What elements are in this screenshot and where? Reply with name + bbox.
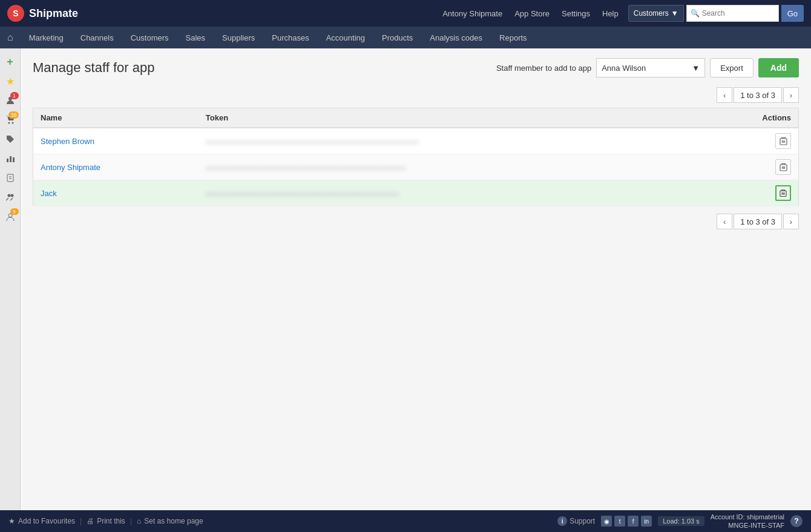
facebook-icon[interactable]: f <box>628 516 639 527</box>
set-home-label: Set as home page <box>144 517 203 525</box>
linkedin-icon[interactable]: in <box>641 516 652 527</box>
sidebar-item-add[interactable]: + <box>2 53 19 70</box>
delete-jack-button[interactable] <box>775 185 791 201</box>
nav-analysis-codes[interactable]: Analysis codes <box>421 28 491 47</box>
nav-products[interactable]: Products <box>373 28 421 47</box>
contact-badge: 9 <box>10 208 19 215</box>
logo-text: Shipmate <box>29 7 78 20</box>
settings-link[interactable]: Settings <box>562 9 590 18</box>
svg-rect-4 <box>7 159 8 162</box>
dropdown-arrow-icon: ▼ <box>692 64 700 73</box>
search-input-wrap: 🔍 <box>686 5 779 22</box>
nav-links: Marketing Channels Customers Sales Suppl… <box>21 28 536 47</box>
row-actions <box>702 128 799 154</box>
print-label: Print this <box>97 517 125 525</box>
home-icon: ⌂ <box>137 517 141 525</box>
row-actions <box>702 180 799 206</box>
svg-point-2 <box>11 122 13 124</box>
twitter-icon[interactable]: t <box>614 516 625 527</box>
col-actions: Actions <box>702 108 799 128</box>
sidebar-item-charts[interactable] <box>2 150 19 167</box>
header-actions: Staff member to add to app Anna Wilson ▼… <box>496 58 799 77</box>
nav-marketing[interactable]: Marketing <box>21 28 72 47</box>
nav-customers[interactable]: Customers <box>122 28 177 47</box>
prev-page-bottom-button[interactable]: ‹ <box>717 214 732 229</box>
col-name: Name <box>33 108 199 128</box>
add-favourites-label: Add to Favourites <box>18 517 75 525</box>
antony-shipmate-link[interactable]: Antony Shipmate <box>41 163 100 172</box>
staff-member-dropdown[interactable]: Anna Wilson ▼ <box>596 58 705 77</box>
export-button[interactable]: Export <box>710 58 754 77</box>
jack-link[interactable]: Jack <box>41 189 57 198</box>
pagination-bottom: ‹ 1 to 3 of 3 › <box>33 214 799 229</box>
load-info: Load: 1.03 s <box>658 516 704 526</box>
app-store-link[interactable]: App Store <box>514 9 550 18</box>
nav-sales[interactable]: Sales <box>177 28 214 47</box>
go-button[interactable]: Go <box>781 5 804 22</box>
print-link[interactable]: 🖨 Print this <box>87 517 125 525</box>
nav-accounting[interactable]: Accounting <box>318 28 373 47</box>
info-icon: i <box>557 516 567 526</box>
page-info-bottom: 1 to 3 of 3 <box>734 214 782 229</box>
account-id: Account ID: shipmatetrial <box>711 513 784 521</box>
footer-sep-1: | <box>80 517 82 525</box>
staff-selected-value: Anna Wilson <box>602 64 646 73</box>
table-row: Jack xxxxxxxxxxxxxxxxxxxxxxxxxxxxxxxxxxx… <box>33 180 799 206</box>
next-page-top-button[interactable]: › <box>783 87 799 103</box>
nav-reports[interactable]: Reports <box>491 28 536 47</box>
help-link[interactable]: Help <box>602 9 619 18</box>
stephen-brown-link[interactable]: Stephen Brown <box>41 137 94 146</box>
table-row: Antony Shipmate xxxxxxxxxxxxxxxxxxxxxxxx… <box>33 154 799 180</box>
sidebar-item-reports[interactable] <box>2 169 19 186</box>
help-button[interactable]: ? <box>790 515 803 527</box>
support-link[interactable]: i Support <box>557 516 595 526</box>
sidebar-item-badge9[interactable]: 9 <box>2 208 19 225</box>
main-wrapper: + ★ 1 38 9 Manage staff for app <box>0 48 811 510</box>
token-value: xxxxxxxxxxxxxxxxxxxxxxxxxxxxxxxxxxxxxxxx… <box>206 190 399 197</box>
star-icon: ★ <box>8 517 15 525</box>
sidebar-item-tags[interactable] <box>2 131 19 148</box>
search-scope-dropdown[interactable]: Customers ▼ <box>628 5 684 22</box>
staff-label: Staff member to add to app <box>496 64 591 73</box>
nav-bar: ⌂ Marketing Channels Customers Sales Sup… <box>0 27 811 48</box>
rss-icon[interactable]: ◉ <box>601 516 612 527</box>
nav-suppliers[interactable]: Suppliers <box>214 28 263 47</box>
add-favourites-link[interactable]: ★ Add to Favourites <box>8 517 75 525</box>
sidebar: + ★ 1 38 9 <box>0 48 21 510</box>
row-token: xxxxxxxxxxxxxxxxxxxxxxxxxxxxxxxxxxxxxxxx… <box>199 128 702 154</box>
social-icons: ◉ t f in <box>601 516 652 527</box>
sidebar-item-contacts[interactable] <box>2 189 19 206</box>
logo-area: S Shipmate <box>7 5 78 22</box>
row-name: Antony Shipmate <box>33 154 199 180</box>
search-input[interactable] <box>702 9 775 18</box>
logo-icon: S <box>7 5 24 22</box>
user-name-link[interactable]: Antony Shipmate <box>442 9 502 18</box>
delete-row-button[interactable] <box>775 133 791 149</box>
staff-table: Name Token Actions Stephen Brown xxxxxxx… <box>33 108 799 206</box>
page-header: Manage staff for app Staff member to add… <box>33 58 799 77</box>
sidebar-item-users[interactable]: 1 <box>2 92 19 109</box>
home-nav-icon[interactable]: ⌂ <box>7 32 13 43</box>
token-value: xxxxxxxxxxxxxxxxxxxxxxxxxxxxxxxxxxxxxxxx… <box>206 138 419 145</box>
search-scope-label: Customers <box>634 9 669 18</box>
pagination-top: ‹ 1 to 3 of 3 › <box>33 87 799 103</box>
col-token: Token <box>199 108 702 128</box>
set-home-link[interactable]: ⌂ Set as home page <box>137 517 203 525</box>
sidebar-item-favourites[interactable]: ★ <box>2 73 19 90</box>
nav-channels[interactable]: Channels <box>72 28 122 47</box>
page-title: Manage staff for app <box>33 60 496 76</box>
prev-page-top-button[interactable]: ‹ <box>717 87 732 103</box>
content-area: Manage staff for app Staff member to add… <box>21 48 811 510</box>
sidebar-item-cart[interactable]: 38 <box>2 111 19 128</box>
nav-purchases[interactable]: Purchases <box>263 28 317 47</box>
next-page-bottom-button[interactable]: › <box>783 214 799 229</box>
page-code: MNGE-INTE-STAF <box>711 521 784 530</box>
cart-badge: 38 <box>8 111 18 119</box>
svg-rect-7 <box>7 174 13 182</box>
svg-rect-6 <box>13 157 15 162</box>
add-button[interactable]: Add <box>758 58 799 77</box>
svg-point-3 <box>8 137 9 138</box>
delete-row-button[interactable] <box>775 159 791 175</box>
support-label: Support <box>570 517 595 525</box>
token-value: xxxxxxxxxxxxxxxxxxxxxxxxxxxxxxxxxxxxxxxx… <box>206 164 406 171</box>
